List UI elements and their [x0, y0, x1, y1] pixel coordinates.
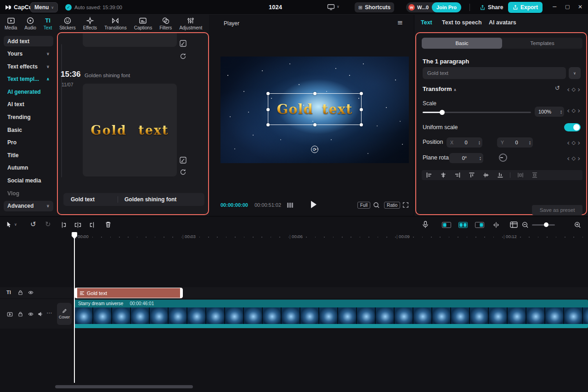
sidebar-item-add-text[interactable]: Add text: [4, 36, 53, 46]
refresh-template-icon[interactable]: [179, 52, 187, 60]
zoom-in-icon[interactable]: [574, 222, 581, 228]
fullscreen-expand-icon[interactable]: [402, 202, 409, 208]
sidebar-item-advanced[interactable]: Advanced∨: [4, 201, 53, 211]
link-clips-icon[interactable]: [492, 222, 500, 228]
sidebar-item-autumn[interactable]: Autumn: [4, 163, 53, 173]
sidebar-item-ai-text[interactable]: AI text: [4, 99, 53, 110]
position-x-stepper[interactable]: X 0 ▴▾: [447, 137, 482, 148]
tab-adjustment[interactable]: Adjustment: [179, 17, 202, 30]
prev-keyframe-icon[interactable]: ‹: [567, 138, 570, 147]
text-dropdown-button[interactable]: ∨: [569, 67, 581, 79]
sidebar-item-text-templates[interactable]: Text templ...∧: [4, 74, 53, 85]
uniform-scale-toggle[interactable]: [564, 123, 581, 131]
lock-icon[interactable]: [17, 290, 23, 295]
refresh-template-icon[interactable]: [179, 168, 187, 176]
player-menu-icon[interactable]: ≡: [397, 18, 403, 27]
preview-track-icon[interactable]: [510, 222, 518, 228]
undo-button[interactable]: ↺: [30, 220, 36, 228]
align-bottom-icon[interactable]: [493, 172, 507, 178]
distribute-horizontal-icon[interactable]: [513, 172, 527, 178]
align-right-icon[interactable]: [450, 172, 464, 178]
split-left-button[interactable]: [60, 222, 67, 228]
shortcuts-button[interactable]: ⊞ Shortcuts: [355, 2, 394, 12]
track-mode-b-icon[interactable]: [458, 222, 468, 228]
tab-effects[interactable]: Effects: [83, 17, 97, 30]
full-screen-badge[interactable]: Full: [357, 202, 370, 209]
resize-handle[interactable]: [313, 92, 317, 95]
reset-transform-icon[interactable]: ↺: [555, 85, 560, 91]
template-card-partial[interactable]: [83, 33, 177, 47]
collapse-icon[interactable]: ∧: [453, 88, 457, 92]
segment-templates[interactable]: Templates: [502, 38, 582, 49]
eye-icon[interactable]: [28, 290, 34, 295]
record-voiceover-icon[interactable]: [422, 221, 429, 228]
rotate-handle-icon[interactable]: ⟳: [311, 146, 318, 153]
resize-handle[interactable]: [360, 108, 363, 111]
minimize-button[interactable]: −: [552, 3, 557, 10]
zoom-out-icon[interactable]: [522, 222, 529, 228]
play-button[interactable]: [311, 201, 317, 208]
video-preview[interactable]: Gold text ⟳: [220, 57, 409, 163]
redo-button[interactable]: ↻: [45, 220, 51, 228]
stepper-arrows-icon[interactable]: ▴▾: [479, 140, 482, 145]
tab-stickers[interactable]: Stickers: [59, 17, 76, 30]
scale-slider-knob[interactable]: [440, 110, 445, 115]
tab-captions[interactable]: Captions: [134, 17, 152, 30]
resize-handle[interactable]: [360, 123, 363, 126]
rotation-knob[interactable]: [499, 153, 507, 162]
sidebar-item-trending[interactable]: Trending: [4, 112, 53, 123]
save-as-preset-button[interactable]: Save as preset: [532, 205, 582, 215]
eye-icon[interactable]: [28, 311, 34, 317]
tab-text-to-speech[interactable]: Text to speech: [442, 19, 482, 26]
sidebar-item-ai-generated[interactable]: AI generated: [4, 86, 53, 97]
cover-button[interactable]: Cover: [57, 303, 72, 325]
timeline-zoom-slider[interactable]: [532, 224, 555, 226]
maximize-button[interactable]: ▢: [565, 4, 570, 10]
sidebar-item-vlog[interactable]: Vlog: [4, 188, 53, 199]
split-right-button[interactable]: [89, 222, 96, 228]
clip-left-handle[interactable]: [75, 288, 77, 298]
align-middle-vertical-icon[interactable]: [479, 172, 493, 178]
display-chevron-icon[interactable]: ∨: [337, 5, 339, 9]
scale-slider-track[interactable]: [423, 112, 531, 113]
keyframe-diamond-icon[interactable]: ◇: [571, 108, 575, 114]
split-button[interactable]: [74, 222, 81, 228]
sidebar-item-social-media[interactable]: Social media: [4, 176, 53, 186]
tab-transitions[interactable]: Transitions: [104, 17, 127, 30]
share-button[interactable]: Share: [476, 2, 507, 12]
next-keyframe-icon[interactable]: ›: [577, 106, 580, 115]
avatar[interactable]: W: [408, 4, 415, 11]
align-center-horizontal-icon[interactable]: [436, 172, 450, 178]
edit-template-icon[interactable]: [179, 156, 187, 164]
sidebar-item-yours[interactable]: Yours∨: [4, 49, 53, 59]
export-button[interactable]: Export: [508, 2, 543, 13]
track-mode-a-icon[interactable]: [442, 222, 451, 228]
display-icon[interactable]: [327, 4, 335, 11]
text-input[interactable]: Gold text: [423, 67, 566, 79]
more-options-icon[interactable]: ⋯: [46, 310, 52, 316]
zoom-slider-knob[interactable]: [544, 222, 548, 227]
select-tool-button[interactable]: ∨: [6, 221, 17, 228]
align-top-icon[interactable]: [464, 172, 479, 178]
template-footer-bar[interactable]: Gold text Golden shining font: [63, 193, 204, 206]
keyframe-diamond-icon[interactable]: ◇: [571, 140, 575, 146]
frame-view-icon[interactable]: [287, 203, 293, 208]
template-card-gold-text[interactable]: Gold text: [83, 84, 177, 176]
stepper-arrows-icon[interactable]: ▴▾: [560, 109, 564, 114]
track-mode-c-icon[interactable]: [475, 222, 484, 228]
stepper-arrows-icon[interactable]: ▴▾: [529, 140, 533, 145]
edit-template-icon[interactable]: [179, 40, 187, 47]
clip-right-handle[interactable]: [180, 288, 182, 298]
prev-keyframe-icon[interactable]: ‹: [567, 154, 570, 163]
playhead-line[interactable]: [74, 233, 75, 383]
sidebar-item-text-effects[interactable]: Text effects∨: [4, 61, 53, 72]
keyframe-diamond-icon[interactable]: ◇: [571, 86, 575, 92]
next-keyframe-icon[interactable]: ›: [577, 85, 580, 94]
sidebar-item-title[interactable]: Title: [4, 150, 53, 160]
tab-text-settings[interactable]: Text: [421, 19, 432, 26]
tab-text[interactable]: TI Text: [44, 17, 52, 30]
tab-audio[interactable]: Audio: [24, 17, 36, 30]
account-name[interactable]: W...0: [417, 5, 429, 10]
join-pro-button[interactable]: Join Pro: [432, 2, 461, 12]
segment-basic[interactable]: Basic: [422, 38, 502, 49]
